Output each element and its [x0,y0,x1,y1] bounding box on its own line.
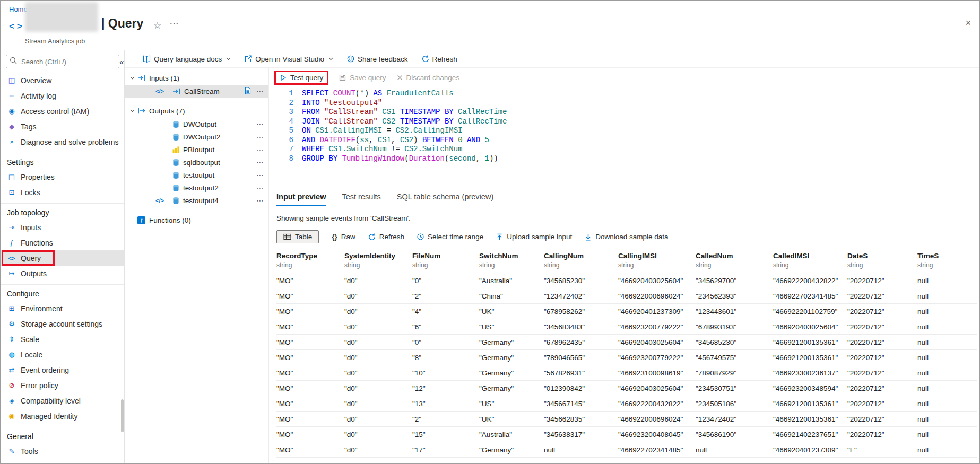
more-options-icon[interactable]: ⋯ [256,145,264,154]
refresh-button[interactable]: Refresh [368,233,404,241]
tree-section-label: Functions (0) [149,216,191,224]
download-sample-data-icon [585,233,592,241]
tree-section-label: Outputs (7) [149,107,185,115]
more-options-icon[interactable]: ⋯ [256,196,264,205]
chevron-down-icon[interactable] [128,109,136,112]
sidebar-item-activity-log[interactable]: ≣Activity log [1,88,124,103]
test-query-button[interactable]: Test query [280,74,323,82]
sidebar-item-compatibility-level[interactable]: ◈Compatibility level [1,393,124,408]
sidebar-item-environment[interactable]: ⊞Environment [1,301,124,316]
upload-sample-input-icon [496,233,503,241]
raw-button[interactable]: {}Raw [332,233,355,241]
sidebar-item-functions[interactable]: ƒFunctions [1,235,124,250]
refresh-icon [422,55,429,63]
table-cell: "d0" [344,396,412,412]
tree-item-testoutput[interactable]: testoutput⋯ [125,169,268,181]
table-cell: "345685230" [544,273,618,288]
more-options-icon[interactable]: ⋯ [256,183,264,192]
tree-item-label: CallStream [184,87,220,95]
table-cell: null [917,273,977,288]
more-options-icon[interactable]: ⋯ [256,133,264,141]
more-options-icon[interactable]: ⋯ [256,158,264,167]
column-type: string [479,261,539,269]
table-cell: "466923300236137" [773,365,847,381]
preview-data-icon[interactable] [245,87,251,96]
table-cell: "466923200779222" [618,350,696,365]
environment-icon: ⊞ [7,304,16,312]
tree-item-actions: ⋯ [256,145,264,154]
tab-test-results[interactable]: Test results [342,192,380,206]
select-time-range-button[interactable]: Select time range [417,233,483,241]
tree-item-callstream[interactable]: </>CallStream⋯ [125,85,268,98]
sidebar-item-locks[interactable]: ⊡Locks [1,185,124,200]
sidebar-item-tools[interactable]: ✎Tools [1,443,124,459]
table-button[interactable]: Table [276,230,319,243]
save-query-button[interactable]: Save query [339,74,386,82]
button-label: Select time range [428,233,483,241]
chevron-down-icon[interactable] [128,76,136,80]
sidebar-item-tags[interactable]: ◆Tags [1,119,124,134]
table-cell: "18" [412,458,479,464]
column-type: string [412,261,474,269]
search-box[interactable] [6,55,119,68]
tree-item-testoutput4[interactable]: </>testoutput4⋯ [125,194,268,207]
button-label: Upload sample input [507,233,572,241]
tree-item-testoutput2[interactable]: testoutput2⋯ [125,181,268,194]
upload-sample-input-button[interactable]: Upload sample input [496,233,572,241]
sidebar-item-overview[interactable]: ◫Overview [1,73,124,88]
table-cell: "MO" [276,319,344,335]
sidebar-item-outputs[interactable]: ↦Outputs [1,266,124,281]
code-line: ON CS1.CallingIMSI = CS2.CallingIMSI [302,126,507,136]
discard-changes-button[interactable]: Discard changes [397,74,460,82]
table-header-row: RecordTypestringSystemIdentitystringFile… [276,250,977,273]
editor-code: SELECT COUNT(*) AS FraudulentCallsINTO "… [293,89,507,186]
table-cell: null [917,288,977,304]
tree-item-dwoutput[interactable]: DWOutput⋯ [125,118,268,130]
tree-item-sqldboutput[interactable]: sqldboutput⋯ [125,156,268,169]
sidebar-item-event-ordering[interactable]: ⇄Event ordering [1,362,124,378]
search-input[interactable] [20,57,116,66]
sidebar-item-label: Inputs [21,223,41,232]
sidebar-item-diagnose-and-solve-problems[interactable]: ×Diagnose and solve problems [1,134,124,150]
table-cell: "F" [847,442,917,458]
open-in-visual-studio-button[interactable]: Open in Visual Studio [245,55,333,63]
sidebar-item-managed-identity[interactable]: ◉Managed Identity [1,408,124,424]
tree-section-outputs[interactable]: Outputs (7) [125,104,268,118]
refresh-button[interactable]: Refresh [422,55,457,63]
tab-input-preview[interactable]: Input preview [276,192,326,206]
share-feedback-button[interactable]: Share feedback [347,55,408,63]
annotation-box-test-query: Test query [274,71,328,85]
query-language-docs-button[interactable]: Query language docs [143,55,231,63]
collapse-sidebar-button[interactable]: « [119,57,124,66]
sidebar-item-properties[interactable]: ▤Properties [1,169,124,185]
more-options-icon[interactable]: ⋯ [256,120,264,128]
scale-icon: ⇕ [7,335,16,343]
table-row: "MO""d0""10""Germany""567826931""4669231… [276,365,977,381]
tree-item-dwoutput2[interactable]: DWOutput2⋯ [125,130,268,143]
tab-sql-table-schema-preview[interactable]: SQL table schema (preview) [397,192,493,206]
favorite-star-icon[interactable]: ☆ [153,20,161,31]
sidebar-item-label: Locks [21,188,40,197]
sidebar-item-access-control-iam[interactable]: ◉Access control (IAM) [1,103,124,119]
query-editor[interactable]: 12345678 SELECT COUNT(*) AS FraudulentCa… [269,87,979,186]
table-cell: "Australia" [479,273,544,288]
sidebar-item-label: Overview [21,76,51,85]
sidebar-item-locale[interactable]: ◍Locale [1,347,124,362]
sidebar-item-query[interactable]: <>Query [1,250,124,266]
more-options-icon[interactable]: ⋯ [256,171,264,179]
tree-item-pbioutput[interactable]: PBIoutput⋯ [125,143,268,156]
download-sample-data-button[interactable]: Download sample data [585,233,668,241]
sidebar-item-storage-account-settings[interactable]: ⚙Storage account settings [1,316,124,331]
close-icon[interactable]: × [965,17,971,29]
cmd-label: Open in Visual Studio [255,55,324,63]
sidebar-item-error-policy[interactable]: ⊘Error policy [1,378,124,393]
table-cell: "466920403025604" [618,273,696,288]
tree-section-inputs[interactable]: Inputs (1) [125,71,268,85]
tree-section-functions[interactable]: ƒFunctions (0) [125,213,268,227]
more-menu-icon[interactable]: … [169,16,180,27]
sidebar-item-scale[interactable]: ⇕Scale [1,331,124,347]
table-cell: "MO" [276,335,344,350]
sidebar-item-inputs[interactable]: ⇥Inputs [1,220,124,235]
more-options-icon[interactable]: ⋯ [256,87,264,95]
sidebar-scrollbar[interactable] [121,399,124,432]
